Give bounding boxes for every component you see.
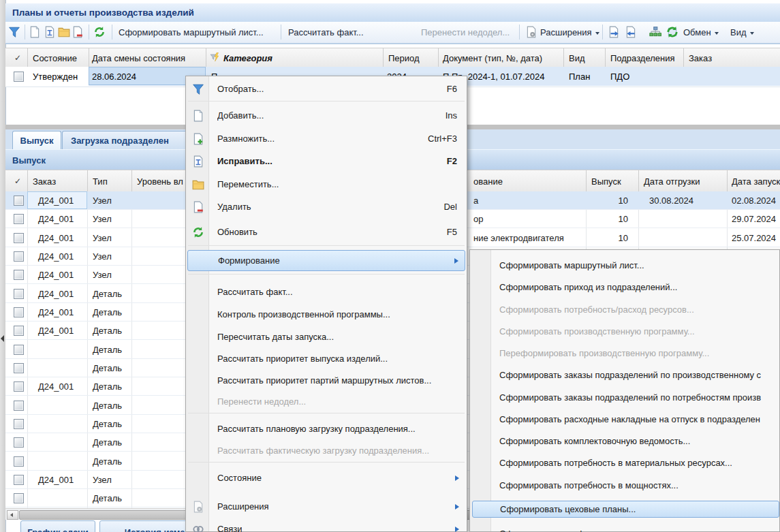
menu-item-filter[interactable]: Отобрать... F6 xyxy=(187,78,465,100)
row-checkbox[interactable] xyxy=(14,233,24,243)
menu-item-extensions[interactable]: Расширения xyxy=(187,495,465,518)
dropdown-arrow-icon xyxy=(595,32,599,35)
cell-type: Узел xyxy=(93,229,112,247)
move-folder-icon[interactable] xyxy=(58,26,70,38)
splitter-collapse-icon[interactable] xyxy=(1,335,4,342)
cell-kind[interactable]: План xyxy=(569,67,590,86)
cell-state-date[interactable]: 28.06.2024 xyxy=(92,67,136,86)
row-checkbox[interactable] xyxy=(14,363,24,373)
tab-schedule[interactable]: График сдачи xyxy=(20,520,95,532)
menu-item-state[interactable]: Состояние xyxy=(187,467,465,489)
row-checkbox[interactable] xyxy=(14,345,24,355)
column-divider xyxy=(131,170,132,192)
column-category[interactable]: Категория xyxy=(223,48,272,67)
view-button[interactable]: Вид xyxy=(730,27,754,39)
column-launch-date[interactable]: Дата запуск xyxy=(732,170,780,192)
column-state-date[interactable]: Дата смены состояния xyxy=(92,48,185,67)
tab-vypusk[interactable]: Выпуск xyxy=(12,131,61,149)
cell-order: Д24_001 xyxy=(38,303,74,321)
row-checkbox[interactable] xyxy=(14,419,24,429)
scroll-left-button[interactable] xyxy=(7,510,18,520)
column-name[interactable]: ование xyxy=(473,170,503,192)
export-document-icon[interactable] xyxy=(608,26,620,38)
menu-item-calc-fact[interactable]: Рассчитать факт... xyxy=(187,281,465,303)
submenu-item-orders-by-structure[interactable]: Сформировать заказы подразделений по про… xyxy=(472,364,779,386)
delete-document-icon[interactable] xyxy=(72,26,84,38)
row-checkbox[interactable] xyxy=(14,251,24,262)
hierarchy-icon[interactable] xyxy=(649,26,661,38)
extensions-gear-icon[interactable] xyxy=(525,26,537,38)
column-state[interactable]: Состояние xyxy=(33,48,77,67)
calc-fact-button[interactable]: Рассчитать факт... xyxy=(288,27,364,39)
row-checkbox[interactable] xyxy=(14,195,24,206)
submenu-item-income[interactable]: Сформировать приход из подразделений... xyxy=(472,276,779,298)
column-order[interactable]: Заказ xyxy=(33,170,56,192)
menu-item-priority-batches[interactable]: Рассчитать приоритет партий маршрутных л… xyxy=(187,369,465,392)
filter-icon[interactable] xyxy=(8,26,20,38)
column-type[interactable]: Тип xyxy=(93,170,108,192)
column-divider xyxy=(438,48,439,67)
row-checkbox[interactable] xyxy=(14,72,24,82)
submenu-item-route-sheet[interactable]: Сформировать маршрутный лист... xyxy=(472,254,779,276)
cell-name: а xyxy=(473,191,478,209)
menu-item-delete[interactable]: Удалить Del xyxy=(187,195,465,218)
column-check[interactable]: ✓ xyxy=(14,170,21,192)
menu-item-control-program[interactable]: Контроль производственной программы... xyxy=(187,303,465,326)
menu-item-edit[interactable]: Исправить... F2 xyxy=(187,150,465,172)
submenu-item-picking-list[interactable]: Сформировать комплектовочную ведомость..… xyxy=(472,430,779,452)
import-document-icon[interactable] xyxy=(625,26,637,38)
cell-state[interactable]: Утвержден xyxy=(33,67,78,86)
menu-item-add[interactable]: Добавить... Ins xyxy=(187,104,465,127)
row-checkbox[interactable] xyxy=(14,456,24,467)
row-checkbox[interactable] xyxy=(14,401,24,411)
row-checkbox[interactable] xyxy=(14,270,24,280)
column-check[interactable]: ✓ xyxy=(14,48,21,67)
menu-item-priority-products[interactable]: Рассчитать приоритет выпуска изделий... xyxy=(187,347,465,370)
menu-item-formation[interactable]: Формирование xyxy=(187,250,465,271)
form-route-sheet-button[interactable]: Сформировать маршрутный лист... xyxy=(119,27,264,39)
menu-item-refresh[interactable]: Обновить F5 xyxy=(187,221,465,243)
cell-departments[interactable]: ПДО xyxy=(610,67,629,86)
menu-item-move[interactable]: Переместить... xyxy=(187,173,465,195)
submenu-item-material-needs[interactable]: Сформировать потребность в материальных … xyxy=(472,452,779,473)
row-checkbox[interactable] xyxy=(14,437,24,448)
extensions-button[interactable]: Расширения xyxy=(540,27,599,39)
cell-type: Деталь xyxy=(93,377,122,395)
row-checkbox[interactable] xyxy=(14,307,24,317)
context-menu: Отобрать... F6 Добавить... Ins Размножит… xyxy=(185,76,467,532)
submenu-item-orders-by-needs[interactable]: Сформировать заказы подразделений по пот… xyxy=(472,386,779,408)
exchange-icon[interactable] xyxy=(666,26,678,38)
refresh-icon[interactable] xyxy=(93,26,106,38)
column-order[interactable]: Заказ xyxy=(689,48,712,67)
submenu-item-shop-plans[interactable]: Сформировать цеховые планы... xyxy=(472,501,779,518)
submenu-item-capacity-needs[interactable]: Сформировать потребность в мощностях... xyxy=(472,474,779,496)
menu-label: Переформировать производственную програм… xyxy=(499,348,709,358)
view-label: Вид xyxy=(730,27,747,37)
menu-item-duplicate[interactable]: Размножить... Ctrl+F3 xyxy=(187,127,465,150)
toolbar-separator xyxy=(89,25,89,40)
column-ship-date[interactable]: Дата отгрузки xyxy=(644,170,700,192)
exchange-button[interactable]: Обмен xyxy=(683,27,719,39)
section-title: Выпуск xyxy=(12,155,46,166)
column-level[interactable]: Уровень вл xyxy=(137,170,183,192)
menu-item-links[interactable]: Связи xyxy=(187,518,465,532)
row-checkbox[interactable] xyxy=(14,381,24,392)
row-checkbox[interactable] xyxy=(14,289,24,299)
row-checkbox[interactable] xyxy=(14,493,24,503)
column-qty[interactable]: Выпуск xyxy=(591,170,621,192)
links-icon xyxy=(192,523,204,532)
menu-item-planned-load[interactable]: Рассчитать плановую загрузку подразделен… xyxy=(187,418,465,440)
row-checkbox[interactable] xyxy=(14,326,24,336)
submenu-item-delivery-schedule[interactable]: Сформировать график сдачи... xyxy=(472,522,779,532)
column-kind[interactable]: Вид xyxy=(569,48,585,67)
row-checkbox[interactable] xyxy=(14,475,24,485)
column-document[interactable]: Документ (тип, №, дата) xyxy=(443,48,542,67)
menu-item-recalc-launch-dates[interactable]: Пересчитать даты запуска... xyxy=(187,326,465,348)
add-document-icon[interactable] xyxy=(29,26,41,38)
submenu-item-invoices[interactable]: Сформировать расходные накладные на отпу… xyxy=(472,408,779,430)
row-checkbox[interactable] xyxy=(14,214,24,224)
edit-document-icon[interactable] xyxy=(44,26,56,38)
column-departments[interactable]: Подразделения xyxy=(610,48,675,67)
column-period[interactable]: Период xyxy=(388,48,420,67)
menu-separator xyxy=(188,245,465,246)
